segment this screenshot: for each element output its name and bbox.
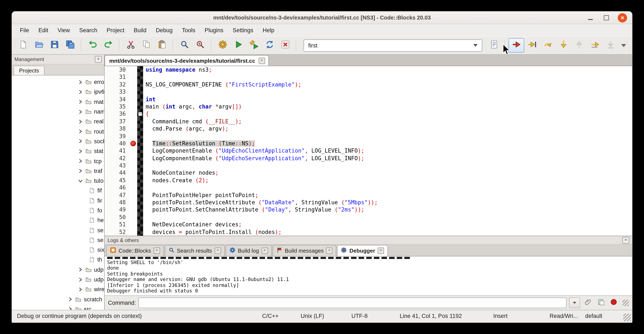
tree-item-stat[interactable]: stat bbox=[12, 146, 104, 156]
close-tab-icon[interactable]: × bbox=[258, 58, 265, 64]
tree-item-se[interactable]: se bbox=[12, 235, 104, 245]
line-number[interactable]: 50 bbox=[104, 214, 129, 221]
tree-item-src[interactable]: src bbox=[12, 304, 104, 310]
line-number[interactable]: 52 bbox=[104, 228, 129, 236]
breakpoint-margin[interactable] bbox=[129, 184, 137, 192]
tree-item-scratch[interactable]: scratch bbox=[12, 294, 104, 304]
tree-item-mat[interactable]: mat bbox=[12, 97, 104, 107]
breakpoint-margin[interactable] bbox=[129, 118, 137, 125]
breakpoint-margin[interactable] bbox=[129, 177, 137, 184]
tree-item-nam[interactable]: nam bbox=[12, 107, 104, 117]
chevron-right-icon[interactable] bbox=[79, 89, 84, 95]
line-number[interactable]: 42 bbox=[104, 155, 129, 162]
code-line-32[interactable]: 32NS_LOG_COMPONENT_DEFINE ("FirstScriptE… bbox=[104, 81, 632, 88]
rebuild-button[interactable] bbox=[262, 38, 277, 53]
breakpoint-margin[interactable] bbox=[129, 169, 137, 177]
breakpoint-margin[interactable] bbox=[129, 191, 137, 199]
redo-button[interactable] bbox=[100, 38, 116, 53]
line-number[interactable]: 36 bbox=[104, 110, 129, 118]
chevron-right-icon[interactable] bbox=[79, 149, 84, 154]
debug-continue-button[interactable] bbox=[508, 38, 524, 53]
tree-item-fo[interactable]: fo bbox=[12, 206, 104, 215]
build-target-combobox[interactable]: first bbox=[304, 39, 482, 52]
chevron-right-icon[interactable] bbox=[79, 287, 84, 292]
breakpoint-margin[interactable] bbox=[129, 74, 137, 81]
logs-tab-build-log[interactable]: Build log× bbox=[226, 245, 272, 256]
chevron-down-icon[interactable] bbox=[79, 178, 84, 183]
tree-item-th[interactable]: th bbox=[12, 255, 104, 265]
tree-item-udp[interactable]: udp bbox=[12, 265, 104, 275]
build-button[interactable] bbox=[215, 38, 230, 53]
minimize-icon[interactable] bbox=[586, 13, 595, 22]
code-line-31[interactable]: 31 bbox=[104, 74, 632, 81]
code-line-42[interactable]: 42 LogComponentEnable ("UdpEchoServerApp… bbox=[104, 155, 632, 162]
code-line-48[interactable]: 48 pointToPoint.SetDeviceAttribute ("Dat… bbox=[104, 199, 632, 206]
titlebar[interactable]: mnt/dev/tools/source/ns-3-dev/examples/t… bbox=[12, 12, 632, 24]
menu-plugins[interactable]: Plugins bbox=[200, 25, 228, 35]
editor-tab-first-cc[interactable]: mnt/dev/tools/source/ns-3-dev/examples/t… bbox=[104, 55, 269, 66]
new-file-button[interactable] bbox=[15, 38, 31, 53]
next-instruction-button[interactable] bbox=[587, 38, 602, 53]
logs-tab-build-messages[interactable]: Build messages× bbox=[272, 245, 336, 256]
copy-button[interactable] bbox=[138, 38, 154, 53]
close-tab-icon[interactable]: × bbox=[326, 247, 332, 254]
tree-item-traf[interactable]: traf bbox=[12, 166, 104, 176]
menu-help[interactable]: Help bbox=[258, 25, 279, 35]
open-file-button[interactable] bbox=[31, 38, 46, 53]
line-number[interactable]: 39 bbox=[104, 132, 129, 140]
breakpoint-margin[interactable] bbox=[129, 110, 137, 118]
tree-item-ipv6[interactable]: ipv6 bbox=[12, 87, 104, 97]
line-number[interactable]: 44 bbox=[104, 169, 129, 177]
tree-item-he[interactable]: he bbox=[12, 215, 104, 225]
line-number[interactable]: 48 bbox=[104, 199, 129, 206]
close-tab-icon[interactable]: × bbox=[214, 247, 221, 254]
toolbar-overflow-chevron-icon[interactable] bbox=[618, 39, 629, 52]
replace-button[interactable] bbox=[192, 38, 208, 53]
tree-item-sock[interactable]: sock bbox=[12, 137, 104, 146]
copy-log-button[interactable] bbox=[595, 298, 606, 308]
fold-marker-icon[interactable]: − bbox=[138, 112, 142, 116]
code-line-38[interactable]: 38 cmd.Parse (argc, argv); bbox=[104, 125, 632, 132]
close-tab-icon[interactable]: × bbox=[262, 247, 268, 254]
debugger-output[interactable]: Setting SHELL to '/bin/sh'doneSetting br… bbox=[104, 256, 632, 296]
close-tab-icon[interactable]: × bbox=[378, 247, 384, 254]
breakpoint-margin[interactable] bbox=[129, 214, 137, 221]
logs-tab-code-blocks[interactable]: Code::Blocks× bbox=[106, 245, 164, 256]
breakpoint-margin[interactable] bbox=[129, 147, 137, 155]
tree-item-tuto[interactable]: tuto bbox=[12, 176, 104, 186]
code-line-36[interactable]: 36−{ bbox=[104, 110, 632, 118]
step-out-button[interactable] bbox=[571, 38, 587, 53]
tree-item-six[interactable]: six bbox=[12, 245, 104, 255]
chevron-right-icon[interactable] bbox=[68, 297, 74, 302]
code-line-30[interactable]: 30using namespace ns3; bbox=[104, 66, 632, 74]
tree-item-fir[interactable]: fir bbox=[12, 196, 104, 206]
line-number[interactable]: 40 bbox=[104, 140, 129, 147]
code-line-39[interactable]: 39 bbox=[104, 132, 632, 140]
code-line-45[interactable]: 45 nodes.Create (2); bbox=[104, 177, 632, 184]
breakpoint-margin[interactable] bbox=[129, 81, 137, 88]
chevron-right-icon[interactable] bbox=[79, 168, 84, 174]
close-logs-icon[interactable]: × bbox=[622, 237, 629, 243]
code-editor[interactable]: 30using namespace ns3;3132NS_LOG_COMPONE… bbox=[104, 66, 632, 236]
tree-item-tcp[interactable]: tcp bbox=[12, 156, 104, 166]
breakpoint-margin[interactable] bbox=[129, 155, 137, 162]
step-into-button[interactable] bbox=[556, 38, 571, 53]
chevron-right-icon[interactable] bbox=[79, 159, 84, 164]
tree-item-rout[interactable]: rout bbox=[12, 127, 104, 137]
command-history-dropdown[interactable] bbox=[569, 297, 580, 308]
find-button[interactable] bbox=[176, 38, 192, 53]
chevron-right-icon[interactable] bbox=[79, 119, 84, 124]
menu-view[interactable]: View bbox=[53, 25, 74, 35]
menu-file[interactable]: File bbox=[15, 25, 34, 35]
chevron-right-icon[interactable] bbox=[79, 109, 84, 114]
chevron-right-icon[interactable] bbox=[79, 99, 84, 104]
breakpoint-margin[interactable] bbox=[129, 228, 137, 236]
build-and-run-button[interactable] bbox=[246, 38, 262, 53]
line-number[interactable]: 33 bbox=[104, 88, 129, 96]
menu-edit[interactable]: Edit bbox=[34, 25, 53, 35]
tree-item-udp-[interactable]: udp- bbox=[12, 275, 104, 285]
code-line-47[interactable]: 47 PointToPointHelper pointToPoint; bbox=[104, 191, 632, 199]
line-number[interactable]: 49 bbox=[104, 206, 129, 214]
line-number[interactable]: 47 bbox=[104, 191, 129, 199]
code-line-35[interactable]: 35main (int argc, char *argv[]) bbox=[104, 103, 632, 110]
